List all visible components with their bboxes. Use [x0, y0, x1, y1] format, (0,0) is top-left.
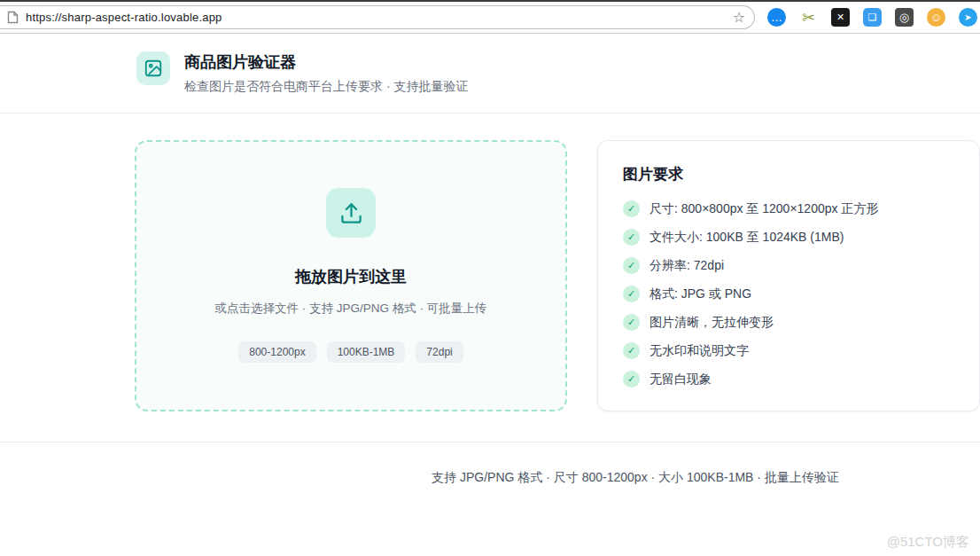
app-logo [136, 51, 170, 85]
footer-text: 支持 JPG/PNG 格式 · 尺寸 800-1200px · 大小 100KB… [145, 470, 980, 486]
badge-filesize: 100KB-1MB [327, 341, 406, 363]
upload-icon-box [326, 188, 376, 238]
check-icon: ✓ [623, 371, 640, 388]
check-icon: ✓ [623, 286, 640, 302]
requirement-item: ✓ 无水印和说明文字 [623, 342, 954, 359]
requirement-item: ✓ 格式: JPG 或 PNG [623, 286, 954, 302]
gallery-extension-icon[interactable]: ❏ [863, 8, 882, 27]
requirement-text: 分辨率: 72dpi [649, 258, 724, 274]
pet-extension-icon[interactable]: ☺ [927, 8, 945, 27]
dropzone-title: 拖放图片到这里 [295, 266, 407, 287]
camera-extension-icon[interactable]: ◎ [895, 8, 914, 27]
check-icon: ✓ [623, 314, 640, 331]
badge-resolution: 72dpi [416, 341, 463, 363]
check-icon: ✓ [623, 200, 640, 217]
scissors-extension-icon[interactable]: ✂ [799, 8, 818, 27]
check-icon: ✓ [623, 342, 640, 359]
image-icon [144, 59, 163, 78]
page-icon [7, 11, 19, 24]
header-text: 商品图片验证器 检查图片是否符合电商平台上传要求 · 支持批量验证 [184, 51, 468, 95]
requirement-text: 尺寸: 800×800px 至 1200×1200px 正方形 [649, 201, 878, 217]
requirement-text: 无水印和说明文字 [649, 343, 749, 359]
check-icon: ✓ [623, 229, 640, 246]
requirement-item: ✓ 尺寸: 800×800px 至 1200×1200px 正方形 [623, 200, 954, 217]
check-icon: ✓ [623, 257, 640, 274]
requirement-item: ✓ 分辨率: 72dpi [623, 257, 954, 274]
requirements-title: 图片要求 [623, 164, 954, 184]
address-bar[interactable]: https://sharp-aspect-ratio.lovable.app ☆ [0, 5, 755, 29]
badge-size: 800-1200px [238, 341, 315, 363]
requirement-text: 图片清晰，无拉伸变形 [649, 315, 774, 331]
page-footer: 支持 JPG/PNG 格式 · 尺寸 800-1200px · 大小 100KB… [0, 442, 980, 486]
page-subtitle: 检查图片是否符合电商平台上传要求 · 支持批量验证 [184, 79, 468, 95]
bird-extension-icon[interactable]: ➤ [959, 8, 977, 27]
requirements-card: 图片要求 ✓ 尺寸: 800×800px 至 1200×1200px 正方形 ✓… [597, 140, 980, 411]
dropzone-subtitle: 或点击选择文件 · 支持 JPG/PNG 格式 · 可批量上传 [215, 301, 487, 317]
url-text: https://sharp-aspect-ratio.lovable.app [26, 11, 222, 24]
requirement-text: 文件大小: 100KB 至 1024KB (1MB) [649, 230, 844, 246]
browser-toolbar: https://sharp-aspect-ratio.lovable.app ☆… [0, 0, 980, 34]
requirement-item: ✓ 图片清晰，无拉伸变形 [623, 314, 954, 331]
page-header: 商品图片验证器 检查图片是否符合电商平台上传要求 · 支持批量验证 [0, 34, 980, 114]
requirement-item: ✓ 无留白现象 [623, 371, 954, 388]
page-title: 商品图片验证器 [184, 51, 468, 73]
bookmark-star-icon[interactable]: ☆ [733, 11, 745, 25]
screenshot-extension-icon[interactable]: ✕ [831, 8, 850, 27]
upload-icon [339, 201, 363, 225]
main-content: 拖放图片到这里 或点击选择文件 · 支持 JPG/PNG 格式 · 可批量上传 … [0, 114, 980, 411]
dropzone-badges: 800-1200px 100KB-1MB 72dpi [238, 341, 463, 363]
requirement-text: 格式: JPG 或 PNG [649, 286, 751, 302]
requirement-item: ✓ 文件大小: 100KB 至 1024KB (1MB) [623, 229, 954, 246]
file-dropzone[interactable]: 拖放图片到这里 或点击选择文件 · 支持 JPG/PNG 格式 · 可批量上传 … [135, 140, 567, 411]
extension-icons: … ✂ ✕ ❏ ◎ ☺ ➤ [767, 8, 977, 27]
watermark: @51CTO博客 [887, 534, 969, 551]
chat-extension-icon[interactable]: … [767, 8, 786, 27]
requirement-text: 无留白现象 [649, 372, 712, 388]
